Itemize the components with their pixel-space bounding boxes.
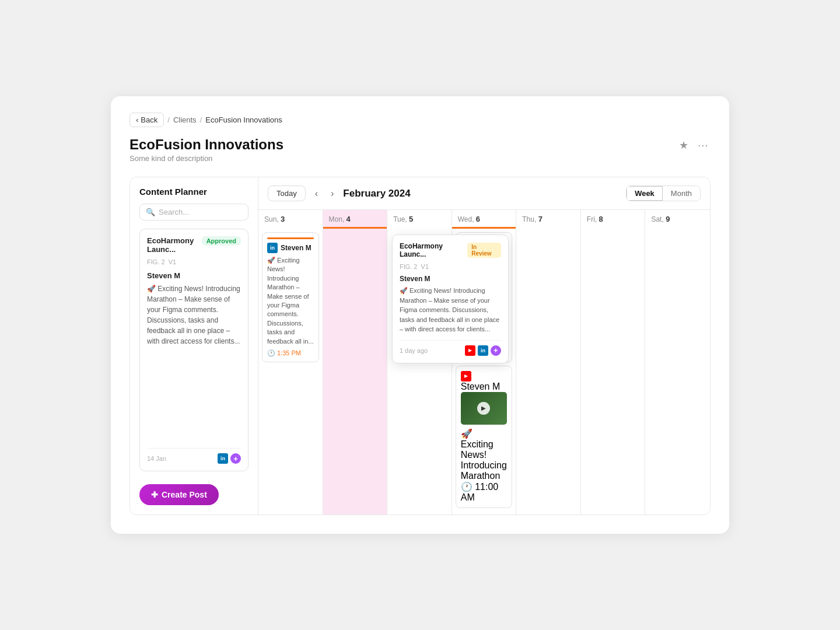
card-platform-author: in Steven M bbox=[267, 243, 314, 253]
footer-icons: in + bbox=[218, 453, 241, 464]
wed-card2-author: ▶ Steven M bbox=[461, 371, 508, 392]
prev-week-button[interactable]: ‹ bbox=[312, 186, 321, 201]
page-actions: ★ ⋯ bbox=[677, 136, 710, 154]
breadcrumb: ‹ Back / Clients / EcoFusion Innovations bbox=[130, 113, 710, 127]
mon-num: 4 bbox=[346, 215, 351, 223]
view-toggle: Week Month bbox=[626, 186, 701, 201]
thu-num: 7 bbox=[538, 215, 542, 223]
calendar-month-title: February 2024 bbox=[343, 188, 620, 200]
saturday-header: Sat, 9 bbox=[645, 210, 710, 229]
app-container: ‹ Back / Clients / EcoFusion Innovations… bbox=[111, 96, 729, 534]
popup-time-ago: 1 day ago bbox=[400, 347, 428, 354]
week-view-button[interactable]: Week bbox=[626, 186, 663, 201]
star-button[interactable]: ★ bbox=[677, 136, 691, 154]
friday-column: Fri, 8 bbox=[581, 210, 646, 514]
create-post-button[interactable]: ✚ Create Post bbox=[139, 484, 219, 505]
wed-num: 6 bbox=[476, 215, 480, 223]
friday-header: Fri, 8 bbox=[581, 210, 645, 229]
approved-badge: Approved bbox=[202, 236, 241, 246]
tuesday-header: Tue, 5 bbox=[387, 210, 452, 229]
page-header: EcoFusion Innovations Some kind of descr… bbox=[130, 136, 710, 163]
plus-circle-icon: ✚ bbox=[151, 490, 158, 499]
youtube-icon: ▶ bbox=[465, 345, 475, 356]
monday-body: EcoHarmony Launc... In Review FIG. 2 V1 … bbox=[323, 229, 387, 514]
sun-card-text: 🚀 Exciting News! Introducing Marathon – … bbox=[267, 256, 314, 346]
wed-card2-time: 🕐 11:00 AM bbox=[461, 481, 508, 503]
sat-label: Sat, bbox=[651, 215, 663, 223]
popup-text: 🚀 Exciting News! Introducing Marathon – … bbox=[400, 286, 501, 334]
wednesday-header: Wed, 6 bbox=[452, 210, 516, 229]
add-icon-popup[interactable]: + bbox=[491, 345, 501, 356]
sunday-column: Sun, 3 in Steven M 🚀 Exciting News! Intr… bbox=[258, 210, 323, 514]
sun-num: 3 bbox=[281, 215, 285, 223]
search-box: 🔍 bbox=[139, 204, 249, 220]
youtube-icon-wed: ▶ bbox=[461, 371, 471, 382]
sidebar-card-header: EcoHarmony Launc... Approved bbox=[147, 236, 241, 254]
mon-label: Mon, bbox=[329, 215, 345, 223]
sun-label: Sun, bbox=[264, 215, 279, 223]
calendar-grid: Sun, 3 in Steven M 🚀 Exciting News! Intr… bbox=[258, 210, 710, 514]
youtube-thumbnail: ▶ bbox=[461, 392, 508, 425]
linkedin-icon: in bbox=[218, 453, 228, 464]
sidebar-card-footer: 14 Jan in + bbox=[147, 448, 241, 464]
fri-num: 8 bbox=[599, 215, 603, 223]
monday-column: Mon, 4 EcoHarmony Launc... In Review FIG… bbox=[323, 210, 388, 514]
calendar-header: Today ‹ › February 2024 Week Month bbox=[258, 177, 710, 210]
linkedin-icon: in bbox=[267, 243, 278, 253]
current-page-label: EcoFusion Innovations bbox=[205, 116, 282, 124]
main-layout: Content Planner 🔍 EcoHarmony Launc... Ap… bbox=[130, 177, 710, 515]
sun-card-time: 🕐 1:35 PM bbox=[267, 349, 314, 357]
sidebar-card[interactable]: EcoHarmony Launc... Approved FIG. 2 V1 S… bbox=[139, 229, 249, 471]
chevron-left-icon: ‹ bbox=[136, 116, 138, 124]
sunday-post-card[interactable]: in Steven M 🚀 Exciting News! Introducing… bbox=[262, 232, 319, 362]
clock-icon: 🕐 bbox=[267, 349, 275, 357]
monday-popup-card[interactable]: EcoHarmony Launc... In Review FIG. 2 V1 … bbox=[392, 235, 509, 363]
friday-body bbox=[581, 229, 645, 514]
wednesday-post-card-2[interactable]: ▶ Steven M ▶ 🚀 Exciting News! Introducin… bbox=[456, 366, 513, 508]
tue-label: Tue, bbox=[393, 215, 407, 223]
back-button[interactable]: ‹ Back bbox=[130, 113, 164, 127]
back-label: Back bbox=[141, 116, 158, 124]
separator: / bbox=[167, 116, 170, 124]
popup-footer: 1 day ago ▶ in + bbox=[400, 340, 501, 356]
fri-label: Fri, bbox=[587, 215, 597, 223]
popup-icons: ▶ in + bbox=[465, 345, 501, 356]
clients-link[interactable]: Clients bbox=[173, 116, 197, 124]
sidebar-post-text: 🚀 Exciting News! Introducing Marathon – … bbox=[147, 284, 241, 442]
page-title-block: EcoFusion Innovations Some kind of descr… bbox=[130, 136, 284, 163]
thursday-header: Thu, 7 bbox=[516, 210, 580, 229]
month-view-button[interactable]: Month bbox=[663, 186, 700, 201]
popup-meta: FIG. 2 V1 bbox=[400, 263, 501, 270]
popup-header: EcoHarmony Launc... In Review bbox=[400, 242, 501, 258]
next-week-button[interactable]: › bbox=[327, 186, 337, 201]
sunday-header: Sun, 3 bbox=[258, 210, 323, 229]
create-post-label: Create Post bbox=[162, 490, 207, 499]
monday-header: Mon, 4 bbox=[323, 210, 387, 229]
clock-icon-wed2: 🕐 bbox=[461, 482, 473, 492]
sunday-body: in Steven M 🚀 Exciting News! Introducing… bbox=[258, 229, 323, 514]
search-icon: 🔍 bbox=[146, 208, 155, 216]
more-options-button[interactable]: ⋯ bbox=[695, 136, 710, 154]
sidebar: Content Planner 🔍 EcoHarmony Launc... Ap… bbox=[130, 177, 258, 514]
wed-label: Wed, bbox=[458, 215, 474, 223]
sidebar-title: Content Planner bbox=[139, 187, 249, 197]
search-input[interactable] bbox=[159, 208, 242, 216]
thu-label: Thu, bbox=[522, 215, 536, 223]
saturday-column: Sat, 9 bbox=[645, 210, 710, 514]
card-divider bbox=[267, 237, 314, 239]
saturday-body bbox=[645, 229, 710, 514]
page-title: EcoFusion Innovations bbox=[130, 136, 284, 153]
sidebar-card-meta: FIG. 2 V1 bbox=[147, 258, 241, 265]
sun-card-author: Steven M bbox=[281, 244, 312, 252]
footer-date: 14 Jan bbox=[147, 455, 166, 462]
calendar-section: Today ‹ › February 2024 Week Month Sun, … bbox=[258, 177, 710, 514]
popup-author: Steven M bbox=[400, 275, 501, 283]
sidebar-author: Steven M bbox=[147, 271, 241, 280]
separator2: / bbox=[200, 116, 202, 124]
thursday-column: Thu, 7 bbox=[516, 210, 581, 514]
in-review-badge: In Review bbox=[467, 243, 501, 258]
linkedin-icon-popup: in bbox=[478, 345, 488, 356]
today-button[interactable]: Today bbox=[268, 186, 306, 201]
add-platform-icon[interactable]: + bbox=[230, 453, 241, 464]
sidebar-card-title: EcoHarmony Launc... bbox=[147, 236, 202, 254]
